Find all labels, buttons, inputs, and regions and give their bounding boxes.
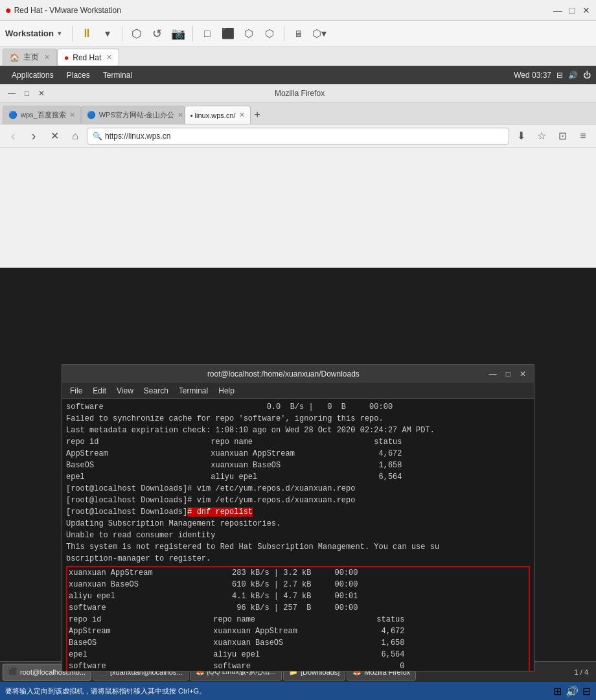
linux-bar-right: Wed 03:37 ⊟ 🔊 ⏻ xyxy=(514,71,591,80)
term-line: Last metadata expiration check: 1:08:10 … xyxy=(66,425,530,436)
pause-button[interactable]: ⏸ xyxy=(78,25,96,43)
term-line: repo id repo name status xyxy=(66,436,530,448)
bookmark-button[interactable]: ☆ xyxy=(533,127,551,145)
forward-button[interactable]: › xyxy=(25,127,43,145)
status-text: 要将输入定向到该虚拟机，请将鼠标指针移入其中或按 Ctrl+G。 xyxy=(5,686,206,696)
term-box-line: epel aliyu epel 6,564 xyxy=(69,649,527,660)
firefox-tabs: 🔵 wps_百度搜索 ✕ 🔵 WPS官方网站-金山办公 ✕ • linux.wp… xyxy=(0,102,596,124)
vm-tab-home[interactable]: 🏠 主页 ✕ xyxy=(3,49,57,65)
close-button[interactable]: ✕ xyxy=(582,6,591,15)
term-line: software 0.0 B/s | 0 B 00:00 xyxy=(66,401,530,413)
workstation-dropdown[interactable]: ▾ xyxy=(58,29,62,38)
redhat-tab-close[interactable]: ✕ xyxy=(106,53,112,62)
download-button[interactable]: ⬇ xyxy=(512,127,530,145)
power-icon[interactable]: ⏻ xyxy=(583,71,591,80)
split-button[interactable]: ⬡ xyxy=(240,25,258,43)
term-close[interactable]: ✕ xyxy=(517,368,529,380)
window-controls: — □ ✕ xyxy=(553,6,591,15)
term-line: [root@localhost Downloads]# vim /etc/yum… xyxy=(66,483,530,495)
revert-button[interactable]: ↺ xyxy=(148,25,166,43)
home-button[interactable]: ⌂ xyxy=(66,127,84,145)
linux-bar-left: Applications Places Terminal xyxy=(5,66,139,84)
console-button[interactable]: 🖥 xyxy=(290,25,308,43)
ff-tab-1-label: wps_百度搜索 xyxy=(21,110,66,120)
ff-tab-3[interactable]: • linux.wps.cn/ ✕ xyxy=(185,106,251,124)
term-menu-edit[interactable]: Edit xyxy=(87,383,111,399)
ff-new-tab-button[interactable]: + xyxy=(251,106,264,124)
vm-tabs: 🏠 主页 ✕ ● Red Hat ✕ xyxy=(0,47,596,66)
terminal-content[interactable]: software 0.0 B/s | 0 B 00:00Failed to sy… xyxy=(62,399,534,671)
vm-tab-redhat[interactable]: ● Red Hat ✕ xyxy=(57,49,119,65)
view-button[interactable]: ⬡▾ xyxy=(310,25,328,43)
term-box-line: BaseOS xuanxuan BaseOS 1,658 xyxy=(69,637,527,649)
places-menu[interactable]: Places xyxy=(60,66,97,84)
ff-tab-2-icon: 🔵 xyxy=(87,111,96,119)
ff-tab-2[interactable]: 🔵 WPS官方网站-金山办公 ✕ xyxy=(81,106,185,124)
snapshot-button[interactable]: 📷 xyxy=(169,25,187,43)
ff-tab-1[interactable]: 🔵 wps_百度搜索 ✕ xyxy=(3,106,81,124)
firefox-restore[interactable]: □ xyxy=(22,88,32,99)
term-box-line: repo id repo name status xyxy=(69,614,527,625)
nav-right-icons: ⬇ ☆ ⊡ ≡ xyxy=(512,127,592,145)
reader-button[interactable]: ⊡ xyxy=(553,127,571,145)
linux-taskbar: Applications Places Terminal Wed 03:37 ⊟… xyxy=(0,66,596,84)
toolbar-sep-3 xyxy=(192,26,193,41)
ff-tab-2-close[interactable]: ✕ xyxy=(178,111,183,119)
url-bar[interactable]: 🔍 https://linux.wps.cn xyxy=(87,128,509,145)
term-menu-terminal[interactable]: Terminal xyxy=(174,383,213,399)
taskbar-item-1-icon: ⬛ xyxy=(8,668,17,676)
app-window: ● Red Hat - VMware Workstation — □ ✕ Wor… xyxy=(0,0,596,700)
workstation-label[interactable]: Workstation xyxy=(5,29,54,38)
terminal-menu-item[interactable]: Terminal xyxy=(97,66,139,84)
term-line: epel aliyu epel 6,564 xyxy=(66,471,530,483)
status-icon-3: ⊟ xyxy=(582,685,591,697)
firefox-close[interactable]: ✕ xyxy=(36,88,47,99)
term-menu-search[interactable]: Search xyxy=(139,383,174,399)
term-box-line: software software 0 xyxy=(69,660,527,671)
vmware-status-bar: 要将输入定向到该虚拟机，请将鼠标指针移入其中或按 Ctrl+G。 ⊞ 🔊 ⊟ xyxy=(0,682,596,700)
term-menu-file[interactable]: File xyxy=(65,383,87,399)
home-tab-label: 主页 xyxy=(23,52,39,63)
power-button[interactable]: ⬡ xyxy=(128,25,146,43)
taskbar-page: 1 / 4 xyxy=(569,668,593,676)
minimize-button[interactable]: — xyxy=(553,6,562,15)
term-line: Unable to read consumer identity xyxy=(66,530,530,541)
resume-button[interactable]: ▾ xyxy=(98,25,117,43)
terminal-menu: File Edit View Search Terminal Help xyxy=(62,383,534,399)
menu-button[interactable]: ≡ xyxy=(574,127,592,145)
home-tab-close[interactable]: ✕ xyxy=(44,53,50,62)
title-bar: ● Red Hat - VMware Workstation — □ ✕ xyxy=(0,0,596,21)
firefox-title-bar: — □ ✕ Mozilla Firefox xyxy=(0,84,596,102)
network-icon: ⊟ xyxy=(556,71,563,80)
term-menu-view[interactable]: View xyxy=(111,383,139,399)
firefox-win-controls-left: — □ ✕ xyxy=(5,88,47,99)
terminal-title-text: root@localhost:/home/xuanxuan/Downloads xyxy=(80,369,487,379)
unity-button[interactable]: ⬡ xyxy=(260,25,279,43)
terminal-title-bar: — root@localhost:/home/xuanxuan/Download… xyxy=(62,365,534,383)
ff-tab-1-close[interactable]: ✕ xyxy=(69,111,75,119)
applications-menu[interactable]: Applications xyxy=(5,66,60,84)
clock: Wed 03:37 xyxy=(514,71,551,80)
term-menu-help[interactable]: Help xyxy=(213,383,240,399)
term-minimize[interactable]: — xyxy=(487,368,499,380)
firefox-nav-bar: ‹ › ✕ ⌂ 🔍 https://linux.wps.cn ⬇ ☆ ⊡ ≡ xyxy=(0,124,596,148)
redhat-tab-icon: ● xyxy=(64,53,69,62)
ff-tab-3-label: • linux.wps.cn/ xyxy=(190,111,236,119)
term-restore[interactable]: □ xyxy=(503,368,513,380)
term-line: Updating Subscription Management reposit… xyxy=(66,518,530,530)
term-line: [root@localhost Downloads]# dnf repolist xyxy=(66,506,530,518)
firefox-content xyxy=(0,148,596,268)
term-line: This system is not registered to Red Hat… xyxy=(66,541,530,553)
fit-button[interactable]: □ xyxy=(198,25,216,43)
firefox-minimize[interactable]: — xyxy=(5,88,18,99)
ff-tab-3-close[interactable]: ✕ xyxy=(239,111,245,119)
status-icon-1: ⊞ xyxy=(553,685,562,697)
term-box-line: xuanxuan AppStream 283 kB/s | 3.2 kB 00:… xyxy=(69,567,527,579)
fullscreen-button[interactable]: ⬛ xyxy=(219,25,237,43)
volume-icon[interactable]: 🔊 xyxy=(568,71,578,80)
stop-button[interactable]: ✕ xyxy=(45,127,63,145)
maximize-button[interactable]: □ xyxy=(567,6,577,15)
firefox-title-text: Mozilla Firefox xyxy=(47,89,552,98)
ff-tab-2-label: WPS官方网站-金山办公 xyxy=(99,110,175,120)
back-button[interactable]: ‹ xyxy=(4,127,22,145)
